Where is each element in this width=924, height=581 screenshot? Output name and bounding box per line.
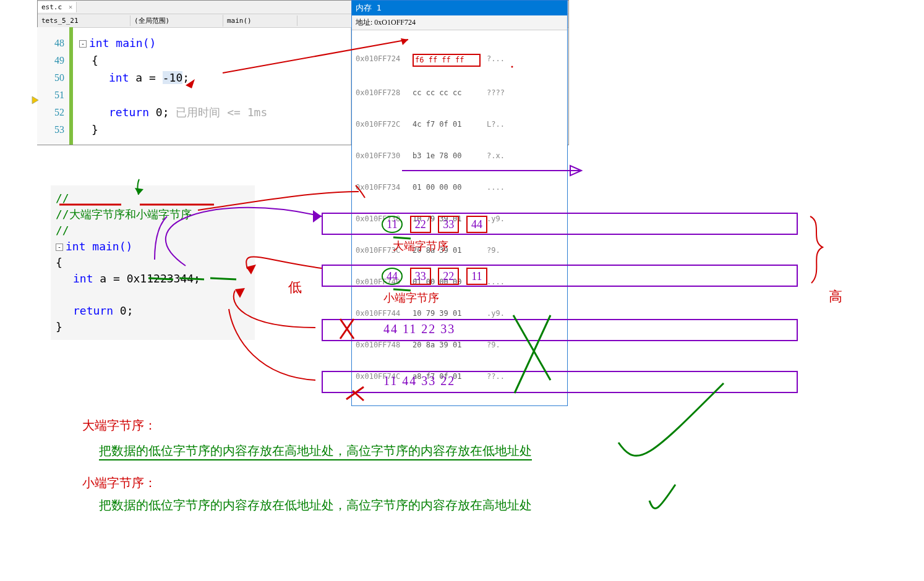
- fold-icon[interactable]: -: [56, 244, 63, 251]
- highlighted-bytes: f6 ff ff ff: [413, 54, 481, 67]
- svg-marker-2: [570, 166, 581, 176]
- big-endian-heading: 大端字节序：: [82, 417, 156, 434]
- little-endian-heading: 小端字节序：: [82, 475, 156, 491]
- memory-title: 内存 1: [352, 1, 567, 15]
- scope-combo-mid[interactable]: (全局范围): [130, 15, 223, 27]
- lane-little-endian: 44 33 22 11: [322, 265, 798, 287]
- lane-big-endian: 11 22 33 44: [322, 213, 798, 235]
- addr-label: 地址:: [356, 18, 372, 27]
- code-body: -int main() { int a = -10; return 0; 已用时…: [73, 27, 273, 145]
- file-tab-label: est.c: [41, 3, 62, 11]
- scope-combo-right[interactable]: main(): [223, 15, 297, 26]
- memory-address-row: 地址: 0xO1OFF724: [352, 15, 567, 30]
- code-snippet-endian: // //大端字节序和小端字节序 // -int main() { int a …: [51, 185, 255, 340]
- little-endian-label: 小端字节序: [383, 290, 439, 305]
- big-endian-label: 大端字节序: [393, 239, 448, 253]
- invalid-bytes-1: 44 11 22 33: [383, 322, 455, 336]
- file-tab[interactable]: est.c ×: [38, 2, 77, 12]
- line-gutter: 484950515253: [37, 27, 69, 145]
- memory-panel: 内存 1 地址: 0xO1OFF724 0x010FF724f6 ff ff f…: [351, 0, 568, 406]
- big-endian-desc: 把数据的低位字节序的内容存放在高地址处，高位字节序的内容存放在低地址处: [99, 443, 532, 460]
- invalid-bytes-2: 11 44 33 22: [383, 374, 455, 388]
- high-label: 高: [829, 287, 842, 306]
- code-editor[interactable]: 484950515253 -int main() { int a = -10; …: [37, 27, 351, 145]
- fold-icon[interactable]: -: [79, 40, 87, 48]
- scope-combo-left[interactable]: tets_5_21: [38, 15, 130, 26]
- addr-value[interactable]: 0xO1OFF724: [374, 18, 416, 27]
- little-endian-desc: 把数据的低位字节序的内容存放在低地址处，高位字节序的内容存放在高地址处: [99, 497, 532, 514]
- svg-marker-4: [313, 210, 322, 223]
- close-icon[interactable]: ×: [69, 3, 73, 11]
- low-label: 低: [288, 278, 302, 297]
